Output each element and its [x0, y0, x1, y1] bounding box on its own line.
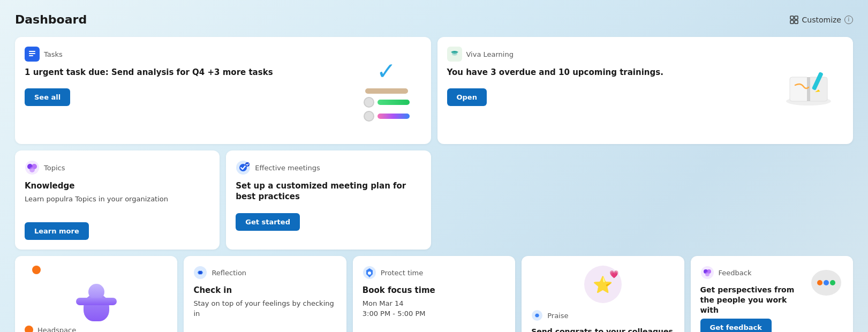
feedback-icon: [700, 266, 714, 280]
svg-point-18: [29, 167, 35, 172]
praise-card: ⭐ 💗 Praise Send congrats to your colleag…: [522, 256, 684, 332]
bar2: [378, 100, 410, 105]
tasks-card: Tasks 1 urgent task due: Send analysis f…: [15, 37, 431, 144]
feedback-title: Get perspectives from the people you wor…: [700, 285, 804, 315]
topics-header: Topics: [25, 160, 210, 175]
topics-card: Topics Knowledge Learn populra Topics in…: [15, 150, 220, 250]
meetings-icon: [236, 160, 251, 175]
bar1: [365, 88, 408, 94]
praise-figure: ⭐ 💗: [531, 266, 674, 303]
headspace-header: Headspace: [25, 326, 168, 332]
protect-desc: Mon Mar 14 3:00 PM - 5:00 PM: [363, 299, 505, 325]
effective-meetings-card: Effective meetings Set up a customized m…: [226, 150, 431, 250]
tasks-content: Tasks 1 urgent task due: Send analysis f…: [25, 47, 346, 134]
feedback-content: Feedback Get perspectives from the peopl…: [700, 266, 804, 332]
feedback-get-feedback-button[interactable]: Get feedback: [700, 319, 772, 332]
bar-row2: [364, 97, 410, 108]
reflection-desc: Stay on top of your feelings by checking…: [193, 299, 336, 325]
feedback-inner: Feedback Get perspectives from the peopl…: [700, 266, 843, 332]
headspace-figure: [25, 266, 168, 326]
feedback-header: Feedback: [700, 266, 804, 280]
reflection-icon: [193, 266, 207, 280]
bottom-row: Headspace Find your workday flow state R…: [15, 256, 853, 332]
tasks-see-all-button[interactable]: See all: [25, 88, 70, 106]
headspace-body: [84, 293, 109, 321]
customize-label: Customize: [802, 16, 842, 24]
svg-rect-3: [795, 20, 798, 24]
meetings-header: Effective meetings: [236, 160, 421, 175]
svg-rect-1: [795, 16, 798, 19]
bar-row3: [364, 111, 410, 122]
topics-card-title: Knowledge: [25, 180, 210, 191]
svg-rect-2: [790, 20, 794, 24]
book-icon: [779, 64, 838, 117]
reflection-header: Reflection: [193, 266, 336, 280]
svg-point-8: [452, 52, 457, 56]
checklist-illus: ✓: [364, 55, 410, 126]
svg-rect-6: [29, 55, 33, 56]
viva-open-button[interactable]: Open: [447, 88, 487, 106]
tasks-illustration: ✓: [352, 47, 421, 134]
svg-point-33: [817, 280, 822, 285]
customize-icon: [789, 15, 799, 25]
circle2: [364, 111, 374, 122]
feedback-label: Feedback: [719, 269, 752, 277]
customize-button[interactable]: Customize i: [789, 15, 854, 25]
meetings-label: Effective meetings: [255, 164, 320, 172]
tasks-label: Tasks: [44, 50, 63, 58]
praise-bubble: ⭐ 💗: [584, 266, 622, 303]
topics-label: Topics: [44, 164, 65, 172]
protect-time-icon: [363, 266, 376, 280]
page-title: Dashboard: [15, 13, 87, 26]
protect-title: Book focus time: [363, 285, 505, 296]
svg-rect-0: [790, 16, 794, 19]
svg-rect-4: [29, 51, 35, 52]
meetings-get-started-button[interactable]: Get started: [236, 213, 300, 231]
svg-rect-10: [790, 77, 809, 101]
protect-header: Protect time: [363, 266, 505, 280]
headspace-arms: [76, 298, 117, 305]
viva-icon: [447, 47, 462, 62]
viva-title: You have 3 overdue and 10 upcoming train…: [447, 67, 769, 78]
headspace-orange-icon: [25, 326, 33, 332]
headspace-avatar: [84, 289, 109, 321]
svg-rect-5: [29, 53, 35, 54]
bar3: [378, 114, 410, 119]
svg-point-35: [830, 280, 835, 285]
svg-point-25: [368, 271, 371, 275]
viva-header: Viva Learning: [447, 47, 769, 62]
svg-point-30: [705, 272, 710, 276]
headspace-dot: [32, 266, 41, 274]
feedback-card: Feedback Get perspectives from the peopl…: [691, 256, 853, 332]
feedback-bubble-figure: [809, 266, 843, 300]
topics-learn-more-button[interactable]: Learn more: [25, 222, 89, 240]
reflection-title: Check in: [193, 285, 336, 296]
svg-point-34: [824, 280, 829, 285]
info-icon: i: [844, 16, 853, 24]
tasks-title: 1 urgent task due: Send analysis for Q4 …: [25, 67, 346, 78]
viva-label: Viva Learning: [466, 50, 514, 58]
praise-header: Praise: [531, 310, 674, 321]
headspace-label: Headspace: [37, 326, 76, 333]
topics-icon: [25, 160, 40, 175]
svg-rect-12: [807, 77, 810, 101]
headspace-card: Headspace Find your workday flow state: [15, 256, 177, 332]
protect-label: Protect time: [381, 269, 423, 277]
viva-content: Viva Learning You have 3 overdue and 10 …: [447, 47, 769, 134]
tasks-icon: [25, 47, 40, 62]
reflection-label: Reflection: [212, 269, 246, 277]
big-checkmark: ✓: [376, 59, 396, 83]
heart-icon: 💗: [609, 270, 618, 278]
viva-illustration: [774, 47, 843, 134]
page-header: Dashboard Customize i: [15, 13, 853, 26]
top-row: Tasks 1 urgent task due: Send analysis f…: [15, 37, 853, 250]
protect-time-card: Protect time Book focus time Mon Mar 14 …: [353, 256, 515, 332]
meetings-title: Set up a customized meeting plan for bes…: [236, 180, 421, 202]
feedback-illustration: [809, 266, 843, 300]
praise-label: Praise: [547, 312, 568, 320]
svg-point-23: [199, 271, 202, 274]
praise-icon: [531, 310, 543, 321]
viva-learning-card: Viva Learning You have 3 overdue and 10 …: [437, 37, 854, 144]
tasks-header: Tasks: [25, 47, 346, 62]
circle1: [364, 97, 374, 108]
